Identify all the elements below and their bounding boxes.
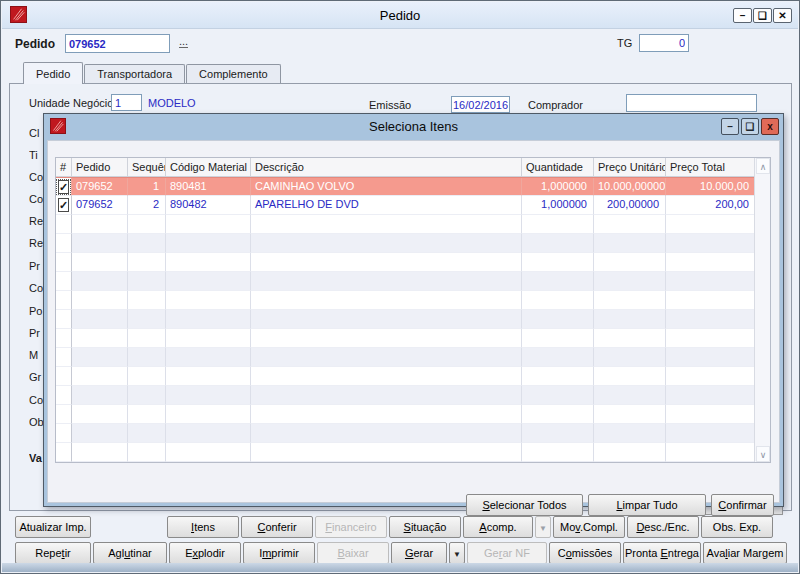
empty-table-row — [56, 272, 756, 291]
empty-cell — [56, 272, 72, 291]
explodir-button[interactable]: Explodir — [169, 542, 241, 564]
unidade-negocio-input[interactable] — [111, 94, 142, 111]
empty-cell — [56, 443, 72, 462]
acomp-dropdown-button: ▼ — [535, 516, 551, 538]
empty-cell — [166, 348, 251, 367]
empty-cell — [72, 405, 128, 424]
dropdown-arrow-icon: ▼ — [539, 524, 547, 533]
empty-cell — [594, 367, 666, 386]
cell-pedido: 079652 — [72, 196, 128, 215]
close-button[interactable]: ✕ — [773, 8, 792, 23]
cell-descricao: APARELHO DE DVD — [251, 196, 522, 215]
obs-exp-button[interactable]: Obs. Exp. — [701, 516, 773, 538]
column-header: Preço Unitário — [594, 158, 666, 177]
empty-cell — [56, 367, 72, 386]
clipped-label: Pr — [29, 327, 44, 339]
pedido-input[interactable] — [65, 34, 170, 53]
dialog-close-button[interactable]: x — [761, 118, 779, 135]
empty-cell — [166, 253, 251, 272]
row-checkbox[interactable]: ✓ — [57, 180, 70, 194]
avaliar-margem-button[interactable]: Avaliar Margem — [703, 542, 787, 564]
empty-cell — [56, 329, 72, 348]
scroll-down-icon[interactable]: ∨ — [756, 446, 770, 462]
dropdown-arrow-icon: ▼ — [453, 550, 461, 559]
maximize-button[interactable]: ❑ — [753, 8, 772, 23]
empty-cell — [128, 424, 166, 443]
table-row[interactable]: ✓0796521890481CAMINHAO VOLVO1,00000010.0… — [56, 177, 756, 196]
cell-preco-unitario: 10.000,00000 — [594, 178, 666, 196]
empty-cell — [251, 367, 522, 386]
minimize-button[interactable]: – — [733, 8, 752, 23]
empty-cell — [522, 405, 594, 424]
empty-cell — [666, 386, 756, 405]
conferir-button[interactable]: Conferir — [241, 516, 313, 538]
mov-compl-button[interactable]: Mov.Compl. — [553, 516, 625, 538]
empty-cell — [166, 234, 251, 253]
row-checkbox[interactable]: ✓ — [57, 198, 70, 212]
empty-cell — [666, 215, 756, 234]
column-header: Preço Total — [666, 158, 756, 177]
empty-cell — [56, 348, 72, 367]
empty-table-row — [56, 291, 756, 310]
empty-cell — [251, 443, 522, 462]
empty-cell — [666, 405, 756, 424]
cell-codigo-material: 890482 — [166, 196, 251, 215]
empty-cell — [522, 291, 594, 310]
repetir-button[interactable]: Repetir — [15, 542, 91, 564]
comprador-input[interactable] — [626, 94, 757, 112]
empty-cell — [56, 424, 72, 443]
desc-enc-button[interactable]: Desc./Enc. — [627, 516, 699, 538]
empty-cell — [166, 272, 251, 291]
empty-cell — [522, 443, 594, 462]
empty-cell — [166, 443, 251, 462]
dialog-minimize-button[interactable]: – — [721, 118, 739, 135]
tg-input[interactable] — [639, 34, 689, 52]
empty-table-row — [56, 443, 756, 462]
clipped-label: Co — [29, 193, 44, 205]
dialog-maximize-button[interactable]: ❑ — [741, 118, 759, 135]
empty-cell — [72, 310, 128, 329]
imprimir-button[interactable]: Imprimir — [243, 542, 315, 564]
pronta-entrega-button[interactable]: Pronta Entrega — [623, 542, 701, 564]
vertical-scrollbar[interactable]: ∧ ∨ — [754, 158, 770, 462]
atualizar-imp-button[interactable]: Atualizar Imp. — [15, 516, 91, 538]
empty-cell — [594, 424, 666, 443]
gerar-dropdown-button[interactable]: ▼ — [449, 542, 465, 564]
clipped-label: Cl — [29, 127, 44, 139]
tab-pedido[interactable]: Pedido — [23, 62, 83, 84]
confirmar-button[interactable]: Confirmar — [711, 494, 774, 516]
itens-button[interactable]: Itens — [167, 516, 239, 538]
dialog-title: Seleciona Itens — [44, 119, 783, 134]
pedido-lookup-ellipsis-button[interactable]: ... — [179, 35, 188, 48]
empty-cell — [251, 291, 522, 310]
dialog-body: #PedidoSequênciaCódigo MaterialDescrição… — [47, 140, 780, 503]
empty-cell — [56, 405, 72, 424]
empty-cell — [666, 310, 756, 329]
dialog-titlebar: Seleciona Itens – ❑ x — [44, 114, 783, 140]
tab-complemento[interactable]: Complemento — [186, 64, 280, 84]
unidade-negocio-label: Unidade Negócio — [29, 97, 113, 109]
table-row[interactable]: ✓0796522890482APARELHO DE DVD1,000000200… — [56, 196, 756, 215]
financeiro-button: Financeiro — [315, 516, 387, 538]
row-checkbox-cell: ✓ — [56, 196, 72, 215]
empty-cell — [666, 234, 756, 253]
empty-cell — [166, 424, 251, 443]
empty-cell — [166, 291, 251, 310]
items-table: #PedidoSequênciaCódigo MaterialDescrição… — [55, 157, 771, 463]
cell-codigo-material: 890481 — [166, 178, 251, 196]
limpar-tudo-button[interactable]: Limpar Tudo — [588, 494, 706, 516]
emissao-input[interactable] — [451, 96, 510, 113]
situacao-button[interactable]: Situação — [389, 516, 461, 538]
scroll-up-icon[interactable]: ∧ — [756, 158, 770, 174]
gerar-button[interactable]: Gerar — [391, 542, 447, 564]
tab-transportadora[interactable]: Transportadora — [84, 64, 185, 84]
empty-cell — [522, 386, 594, 405]
selecionar-todos-button[interactable]: Selecionar Todos — [466, 494, 583, 516]
empty-cell — [72, 367, 128, 386]
aglutinar-button[interactable]: Aglutinar — [93, 542, 167, 564]
empty-cell — [594, 443, 666, 462]
acomp-button[interactable]: Acomp. — [463, 516, 533, 538]
seleciona-itens-dialog: Seleciona Itens – ❑ x #PedidoSequênciaCó… — [43, 113, 784, 507]
empty-cell — [72, 348, 128, 367]
comissoes-button[interactable]: Comissões — [549, 542, 621, 564]
